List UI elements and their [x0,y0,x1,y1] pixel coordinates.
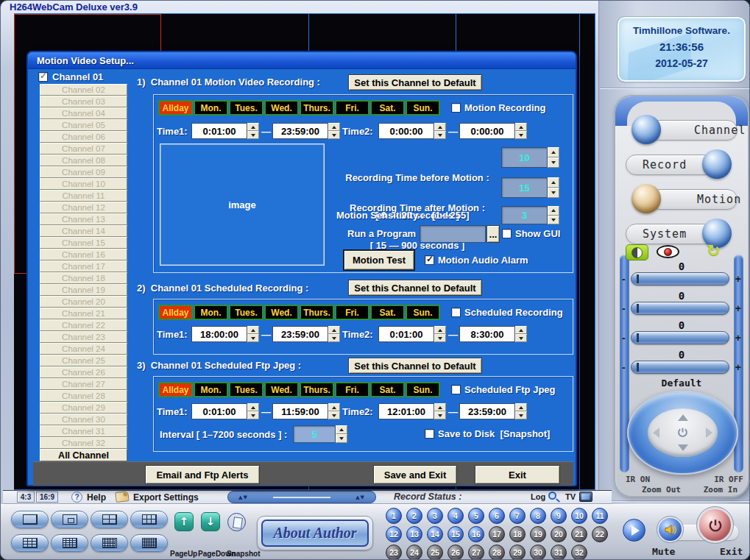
slider-track[interactable] [631,302,729,315]
layout-3x3-button[interactable] [11,534,49,552]
exit-button[interactable] [697,507,733,543]
before-motion-spinbox[interactable]: 10 [501,147,559,168]
record-indicator-27[interactable]: 27 [468,545,484,560]
channel-item[interactable]: Channel 21 [40,308,127,319]
channel-item[interactable]: Channel 30 [40,414,127,425]
set-default-button-3[interactable]: Set this Channel to Default [348,358,482,374]
channel-item[interactable]: Channel 25 [40,355,127,366]
pageup-button[interactable]: ↑ [174,512,194,531]
day-sun-button[interactable]: Sun. [406,100,440,116]
spin-up-icon[interactable] [548,206,559,216]
record-indicator-2[interactable]: 2 [406,508,422,524]
record-indicator-19[interactable]: 19 [530,526,546,542]
record-indicator-29[interactable]: 29 [509,545,526,560]
record-indicator-10[interactable]: 10 [571,508,587,524]
record-indicator-31[interactable]: 31 [551,545,567,560]
slider-track[interactable] [631,361,729,374]
spin-down-icon[interactable] [247,411,259,419]
spin-up-icon[interactable] [247,123,259,131]
time1-from-spinner[interactable] [247,326,259,342]
channel-item[interactable]: Channel 15 [40,237,127,249]
day-wed-button[interactable]: Wed. [264,382,299,397]
spin-down-icon[interactable] [247,131,259,139]
time2-from-spinner[interactable] [434,403,446,419]
layout-pip-button[interactable] [51,511,88,528]
save-to-disk-toggle[interactable]: Save to Disk [Snapshot] [425,428,550,439]
record-indicator-28[interactable]: 28 [489,545,505,560]
show-gui-toggle[interactable]: Show GUI [502,228,560,239]
time2-from-spinner[interactable] [434,123,446,139]
day-wed-button[interactable]: Wed. [264,305,299,320]
slider-plus[interactable]: + [735,273,741,285]
spin-down-icon[interactable] [247,334,259,342]
time2-from-spinner[interactable] [434,326,446,342]
channel-item[interactable]: Channel 12 [40,202,127,213]
channel-item[interactable]: Channel 26 [40,366,127,378]
spin-up-icon[interactable] [515,403,527,411]
record-indicator-24[interactable]: 24 [406,545,422,560]
record-indicator-17[interactable]: 17 [489,526,505,542]
browse-button[interactable]: ... [487,225,500,243]
export-settings-icon[interactable] [115,491,129,503]
layout-2x3-button[interactable] [130,511,168,528]
day-fri-button[interactable]: Fri. [335,305,369,320]
default-label[interactable]: Default [615,378,748,389]
scheduled-ftp-checkbox[interactable] [451,385,461,394]
day-thurs-button[interactable]: Thurs. [300,382,334,397]
time2-from-spinbox[interactable]: 0:01:00 [378,326,446,342]
day-wed-button[interactable]: Wed. [264,100,299,116]
spin-down-icon[interactable] [434,411,446,419]
channel-item[interactable]: Channel 10 [40,178,127,190]
record-indicator-14[interactable]: 14 [427,526,443,542]
time1-to-spinner[interactable] [328,403,340,419]
record-indicator-9[interactable]: 9 [551,508,567,524]
record-indicator-15[interactable]: 15 [447,526,464,542]
day-tues-button[interactable]: Tues. [229,382,263,397]
channel-item[interactable]: Channel 11 [40,190,127,202]
layout-4x4-button[interactable] [51,534,88,552]
layout-6x6-button[interactable] [130,534,168,552]
help-label[interactable]: Help [87,492,106,503]
spin-down-icon[interactable] [328,334,340,342]
day-mon-button[interactable]: Mon. [194,305,228,320]
refresh-icon[interactable]: ↻ [707,241,720,260]
channel-item[interactable]: Channel 17 [40,260,127,272]
time2-to-spinner[interactable] [515,403,527,419]
spin-up-icon[interactable] [247,326,259,334]
spin-up-icon[interactable] [328,123,340,131]
record-indicator-13[interactable]: 13 [406,526,422,542]
slider-track[interactable] [631,272,729,286]
slider-minus[interactable]: - [622,361,626,373]
record-indicator-22[interactable]: 22 [592,526,608,542]
dialog-exit-button[interactable]: Exit [475,465,560,484]
scheduled-recording-toggle[interactable]: Scheduled Recording [451,307,563,318]
spin-up-icon[interactable] [247,403,259,411]
slider-plus[interactable]: + [735,361,741,373]
scrubber-arrows-icon[interactable]: ▲▼ [355,495,365,500]
dialog-titlebar[interactable]: Motion Video Setup... [28,52,576,69]
channel-item[interactable]: Channel 06 [40,131,127,143]
time1-to-spinner[interactable] [328,123,340,139]
dpad-control[interactable] [627,391,738,475]
time2-from-spinbox[interactable]: 12:01:00 [378,403,446,419]
help-icon[interactable]: ? [71,492,82,503]
day-tues-button[interactable]: Tues. [229,305,263,320]
mute-button[interactable] [657,517,683,542]
spin-up-icon[interactable] [548,177,559,188]
play-button[interactable] [623,519,645,542]
time1-to-spinbox[interactable]: 11:59:00 [272,403,340,419]
channel-01-checkbox[interactable] [38,72,48,82]
slider-minus[interactable]: - [622,302,626,314]
set-default-button-1[interactable]: Set this Channel to Default [348,74,482,91]
channel-item[interactable]: Channel 19 [40,284,127,296]
spin-down-icon[interactable] [515,411,527,419]
channel-item[interactable]: Channel 13 [40,213,127,225]
dpad-up-icon[interactable] [678,414,688,421]
spin-up-icon[interactable] [328,326,340,334]
day-thurs-button[interactable]: Thurs. [300,305,334,320]
tv-icon[interactable] [579,492,592,502]
day-fri-button[interactable]: Fri. [335,100,369,116]
record-indicator-4[interactable]: 4 [447,508,464,524]
show-gui-checkbox[interactable] [502,229,512,238]
layout-2x2-button[interactable] [91,511,128,528]
